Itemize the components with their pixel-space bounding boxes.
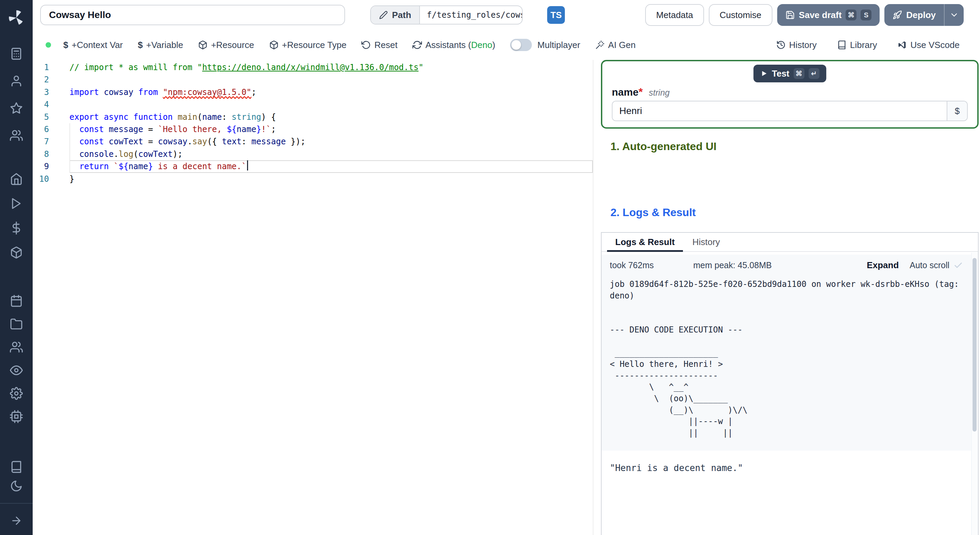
tab-logs-result[interactable]: Logs & Result (607, 233, 683, 251)
refresh-icon (412, 40, 422, 50)
deploy-dropdown-button[interactable] (944, 4, 964, 26)
multiplayer-label: Multiplayer (537, 40, 580, 50)
book-icon (10, 460, 23, 473)
tab-bar: Logs & Result History (601, 233, 978, 252)
deploy-button[interactable]: Deploy (885, 4, 944, 26)
code-line[interactable]: console.log(cowText); (69, 148, 593, 160)
line-number: 8 (33, 148, 69, 160)
rotate-ccw-icon (361, 40, 371, 50)
customise-button[interactable]: Customise (709, 4, 772, 26)
main-area: Path f/testing_roles/cowsa TS Metadata C… (33, 0, 980, 535)
add-resource-type-button[interactable]: +Resource Type (269, 40, 347, 50)
logs-info-row: took 762ms mem peak: 45.08MB Expand Auto… (610, 260, 971, 271)
sidebar-group-main (5, 171, 28, 261)
metadata-button[interactable]: Metadata (645, 4, 704, 26)
ai-gen-label: AI Gen (608, 40, 636, 50)
sidebar-item-theme-toggle[interactable] (5, 478, 28, 494)
path-edit-button[interactable]: Path (371, 6, 420, 24)
kbd-cmd: ⌘ (846, 10, 856, 21)
windmill-logo[interactable] (8, 4, 25, 31)
use-vscode-label: Use VScode (910, 40, 959, 50)
expand-button[interactable]: Expand (867, 260, 899, 271)
add-variable-button[interactable]: $+Variable (138, 40, 183, 50)
code-editor[interactable]: 12345678910 // import * as wmill from "h… (33, 60, 593, 535)
sidebar-item-apps[interactable] (5, 46, 28, 62)
package-icon (269, 40, 279, 50)
scrollbar[interactable] (971, 253, 978, 535)
mem-peak-label: mem peak: 45.08MB (693, 260, 772, 270)
play-icon (760, 70, 768, 77)
logs-panel: took 762ms mem peak: 45.08MB Expand Auto… (601, 255, 971, 451)
reset-button[interactable]: Reset (361, 40, 398, 50)
arrow-right-icon (10, 514, 22, 527)
windmill-logo-icon (8, 9, 25, 27)
sidebar-item-docs[interactable] (5, 459, 28, 475)
users-icon (10, 129, 23, 142)
sidebar-item-workers[interactable] (5, 408, 28, 425)
add-resource-type-label: +Resource Type (282, 40, 347, 50)
add-context-var-button[interactable]: $+Context Var (63, 40, 123, 50)
save-draft-label: Save draft (799, 10, 842, 21)
sidebar-item-variables[interactable] (5, 220, 28, 236)
code-line[interactable]: // import * as wmill from "https://deno.… (69, 61, 593, 73)
code-line[interactable]: return `${name} is a decent name.` (69, 160, 593, 172)
history-button[interactable]: History (776, 40, 817, 50)
sidebar-item-favorites[interactable] (5, 100, 28, 116)
deploy-split-button: Deploy (885, 4, 964, 26)
sidebar-item-user[interactable] (5, 73, 28, 89)
section-logs-result: 2. Logs & Result (611, 206, 696, 219)
auto-scroll-toggle[interactable]: Auto scroll (910, 260, 950, 270)
editor-lines: // import * as wmill from "https://deno.… (69, 61, 593, 185)
insert-variable-button[interactable]: $ (947, 102, 967, 121)
path-label: Path (392, 10, 411, 21)
test-button[interactable]: Test ⌘ ↵ (753, 65, 826, 82)
sidebar-item-settings[interactable] (5, 385, 28, 401)
line-number: 4 (33, 98, 69, 111)
code-line[interactable]: const cowText = cowsay.say({ text: messa… (69, 135, 593, 148)
sidebar-item-audit-logs[interactable] (5, 362, 28, 379)
use-vscode-button[interactable]: Use VScode (897, 40, 959, 50)
sidebar-item-groups[interactable] (5, 339, 28, 355)
tab-history[interactable]: History (684, 233, 728, 251)
path-control[interactable]: Path f/testing_roles/cowsa (370, 5, 523, 24)
path-value[interactable]: f/testing_roles/cowsa (420, 6, 522, 24)
script-name-input[interactable] (40, 5, 345, 25)
editor-code-area[interactable]: // import * as wmill from "https://deno.… (69, 61, 593, 535)
sidebar-expand-button[interactable] (0, 506, 33, 535)
code-line[interactable] (69, 73, 593, 86)
add-resource-label: +Resource (211, 40, 254, 50)
sidebar-item-folders[interactable] (5, 316, 28, 332)
line-number: 3 (33, 86, 69, 98)
topbar: Path f/testing_roles/cowsa TS Metadata C… (33, 0, 980, 30)
package-icon (198, 40, 208, 50)
argument-name: name (612, 86, 638, 98)
right-panel: Test ⌘ ↵ name * string $ 1. Auto-generat… (593, 60, 980, 535)
sidebar-item-resources[interactable] (5, 244, 28, 261)
sidebar-item-home[interactable] (5, 171, 28, 187)
home-icon (10, 172, 23, 185)
save-draft-button[interactable]: Save draft ⌘ S (777, 4, 880, 26)
code-line[interactable]: const message = `Hello there, ${name}!`; (69, 123, 593, 135)
add-resource-button[interactable]: +Resource (198, 40, 254, 50)
sidebar-item-members[interactable] (5, 127, 28, 143)
code-line[interactable]: } (69, 173, 593, 185)
chevron-down-icon (950, 10, 959, 20)
assistants-button[interactable]: Assistants (Deno) (412, 40, 495, 50)
calculator-icon (10, 47, 23, 60)
sidebar-item-runs[interactable] (5, 195, 28, 212)
name-arg-input[interactable] (612, 102, 947, 121)
status-dot (46, 42, 51, 48)
library-button[interactable]: Library (837, 40, 877, 50)
result-value: "Henri is a decent name." (610, 463, 970, 473)
scrollbar-thumb[interactable] (972, 258, 977, 432)
kbd-s: S (861, 10, 872, 21)
code-line[interactable]: import cowsay from "npm:cowsay@1.5.0"; (69, 86, 593, 98)
code-line[interactable]: export async function main(name: string)… (69, 111, 593, 123)
assistants-label: Assistants (Deno) (425, 40, 495, 50)
add-variable-label: +Variable (146, 40, 183, 50)
ai-gen-button[interactable]: AI Gen (595, 40, 636, 50)
code-line[interactable] (69, 98, 593, 111)
multiplayer-toggle[interactable] (510, 39, 532, 51)
sidebar-item-schedules[interactable] (5, 293, 28, 309)
play-icon (10, 197, 23, 210)
